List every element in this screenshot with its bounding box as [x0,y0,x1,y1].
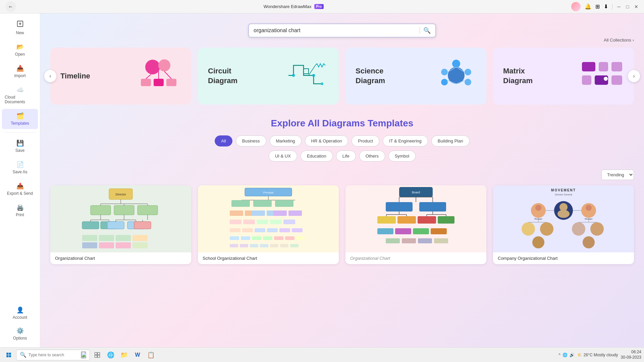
all-collections-arrow: › [633,38,634,43]
svg-point-143 [535,205,541,211]
sidebar-item-account[interactable]: 👤 Account [2,303,38,323]
filter-chip-building[interactable]: Building Plan [431,135,470,146]
carousel-label-timeline: Timeline [60,71,90,81]
sidebar-item-import[interactable]: 📥 Import [2,61,38,81]
sidebar-item-export[interactable]: 📤 Export & Send [2,179,38,199]
template-card-4[interactable]: MOVEMENT Director General [493,185,634,264]
template-card-3[interactable]: Board [345,185,486,264]
export-icon: 📤 [16,182,24,190]
svg-point-18 [465,69,471,75]
volume-icon[interactable]: 🔊 [570,353,575,357]
close-button[interactable]: ✕ [634,4,639,9]
filter-chip-ui[interactable]: UI & UX [269,150,297,162]
task-view-button[interactable] [91,349,103,361]
sidebar-label-import: Import [14,73,25,78]
template-card-2[interactable]: Principal [198,185,339,264]
explore-section: Explore All Diagrams Templates All Busin… [50,118,634,162]
sidebar-item-saveas[interactable]: 📄 Save As [2,158,38,178]
clock-time: 06:24 [621,350,641,355]
svg-text:Principal: Principal [263,191,274,194]
svg-point-13 [312,74,315,77]
sidebar-item-templates[interactable]: 🗂️ Templates [2,109,38,129]
svg-line-10 [164,71,171,79]
svg-point-151 [583,236,595,248]
svg-rect-28 [582,62,595,71]
carousel-card-timeline[interactable]: Timeline [50,48,191,105]
start-button[interactable] [3,349,15,361]
file-explorer-icon[interactable]: 📁 [118,349,130,361]
back-button[interactable]: ← [5,1,16,12]
svg-rect-107 [280,244,288,247]
carousel-card-matrix[interactable]: MatrixDiagram [493,48,634,105]
sidebar-item-cloud[interactable]: ☁️ Cloud Documents [2,83,38,108]
network-icon[interactable]: 🌐 [562,353,568,357]
svg-rect-88 [283,220,295,224]
saveas-icon: 📄 [16,161,24,168]
word-icon[interactable]: W [131,349,144,361]
filter-chip-others[interactable]: Others [359,150,385,162]
svg-rect-99 [274,236,283,240]
svg-rect-96 [241,236,250,240]
search-divider [420,27,420,34]
user-avatar[interactable] [571,2,581,11]
sidebar-item-print[interactable]: 🖨️ Print [2,200,38,221]
explore-title-plain: Explore [271,118,308,128]
taskbar-search[interactable]: 🔍 [16,350,90,360]
sidebar-bottom: 👤 Account ⚙️ Options [0,302,40,345]
svg-rect-120 [438,216,454,224]
svg-rect-133 [386,238,400,243]
carousel-card-circuit[interactable]: CircuitDiagram [198,48,339,105]
filter-chip-life[interactable]: Life [336,150,356,162]
explore-title: Explore All Diagrams Templates [50,118,634,129]
sidebar-item-open[interactable]: 📂 Open [2,40,38,60]
template-img-3: Board [345,185,486,252]
maximize-button[interactable]: □ [625,4,630,9]
svg-rect-73 [253,200,272,207]
sidebar-item-options[interactable]: ⚙️ Options [2,324,38,344]
download-icon[interactable]: ⬇ [604,3,608,10]
grid-icon[interactable]: ⊞ [595,3,600,10]
taskbar-search-input[interactable] [29,353,79,357]
app-icon-5[interactable]: 📋 [145,349,157,361]
sidebar-item-save[interactable]: 💾 Save [2,136,38,156]
svg-point-20 [441,69,448,75]
carousel-card-science[interactable]: ScienceDiagram [345,48,486,105]
svg-text:Manager: Manager [585,218,593,220]
filter-chip-symbol[interactable]: Symbol [388,150,416,162]
print-icon: 🖨️ [16,204,24,211]
carousel-prev-button[interactable]: ‹ [44,70,56,82]
svg-point-21 [441,79,448,85]
minimize-button[interactable]: ─ [616,4,621,9]
sort-select[interactable]: Trending Newest Popular [601,170,634,180]
browser-icon[interactable]: 🌐 [105,349,117,361]
svg-rect-105 [260,244,268,247]
svg-point-14 [321,82,323,85]
sidebar-item-new[interactable]: New [2,17,38,39]
weather-widget: 🌤️ 26°C Mostly cloudy [577,353,618,357]
svg-rect-90 [242,228,253,232]
filter-chip-all[interactable]: All [215,135,232,146]
filter-chip-it[interactable]: IT & Engineering [383,135,428,146]
template-title-2: School Organizational Chart [198,252,339,264]
svg-rect-72 [231,200,250,207]
search-button[interactable]: 🔍 [423,27,431,34]
svg-line-8 [146,74,151,79]
filter-chip-marketing[interactable]: Marketing [270,135,302,146]
filter-chip-product[interactable]: Product [352,135,379,146]
all-collections-link[interactable]: All Collections › [604,38,634,43]
system-tray-icons: ^ 🌐 🔊 [558,353,575,357]
template-card-1[interactable]: Director [50,185,191,264]
carousel-next-button[interactable]: › [628,70,640,82]
svg-point-141 [557,210,570,218]
filter-chip-business[interactable]: Business [236,135,266,146]
clock-date: 30-09-2023 [621,355,641,360]
sidebar-label-export: Export & Send [7,191,33,196]
filter-chip-hr[interactable]: HR & Operation [305,135,348,146]
filter-chip-education[interactable]: Education [301,150,333,162]
search-input[interactable] [254,27,416,34]
timeline-illustration [138,57,181,95]
notification-icon[interactable]: 🔔 [585,3,591,10]
svg-rect-134 [402,238,416,243]
carousel-track: Timeline [50,48,634,105]
chevron-icon[interactable]: ^ [558,353,560,357]
